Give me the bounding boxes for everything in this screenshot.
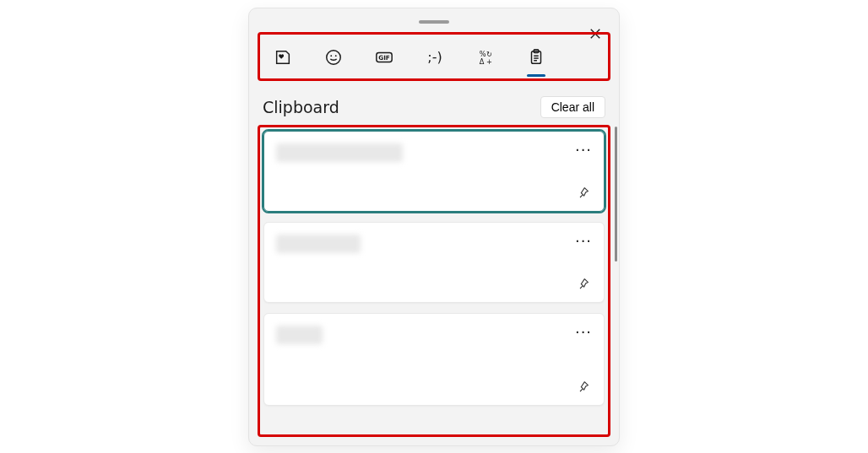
scrollbar[interactable] [615, 127, 617, 262]
tab-symbols[interactable]: %↻Δ+ [471, 43, 500, 72]
clipboard-list: ··· ··· ··· [258, 125, 610, 437]
more-options-button[interactable]: ··· [573, 322, 594, 342]
clipboard-item[interactable]: ··· [263, 313, 605, 406]
category-tabs: GIF;-)%↻Δ+ [258, 32, 610, 81]
symbols-icon: %↻Δ+ [476, 48, 495, 67]
more-options-button[interactable]: ··· [573, 231, 594, 251]
clipboard-list-wrap: ··· ··· ··· [249, 125, 619, 445]
svg-text:Δ: Δ [480, 57, 485, 66]
svg-point-0 [327, 50, 341, 64]
tab-gif[interactable]: GIF [370, 43, 399, 72]
clipboard-item-content [276, 235, 361, 253]
pin-button[interactable] [573, 182, 594, 202]
svg-text:+: + [486, 57, 492, 66]
tab-clipboard[interactable] [522, 43, 551, 72]
pin-icon [577, 186, 590, 199]
section-title: Clipboard [263, 98, 339, 116]
clipboard-item-content [276, 326, 323, 344]
clipboard-icon [527, 48, 545, 67]
pin-icon [577, 380, 590, 393]
pin-button[interactable] [573, 376, 594, 396]
smiley-icon [324, 48, 343, 67]
clipboard-item[interactable]: ··· [263, 131, 605, 212]
pin-icon [577, 277, 590, 290]
section-header: Clipboard Clear all [249, 81, 619, 125]
clipboard-item[interactable]: ··· [263, 222, 605, 303]
svg-text:GIF: GIF [378, 53, 390, 61]
pin-button[interactable] [573, 273, 594, 294]
drag-handle[interactable] [419, 20, 449, 24]
svg-point-2 [335, 55, 337, 57]
emoji-clipboard-panel: GIF;-)%↻Δ+ Clipboard Clear all ··· ··· ·… [248, 8, 620, 446]
clipboard-item-content [276, 143, 403, 162]
kaomoji-icon: ;-) [427, 49, 442, 65]
svg-point-1 [330, 55, 332, 57]
more-options-button[interactable]: ··· [573, 140, 594, 160]
tab-kaomoji[interactable]: ;-) [420, 43, 449, 72]
gif-icon: GIF [375, 48, 393, 67]
clear-all-button[interactable]: Clear all [540, 96, 605, 118]
sticker-heart-icon [274, 48, 292, 67]
tab-recent[interactable] [269, 43, 297, 72]
tab-emoji[interactable] [319, 43, 348, 72]
